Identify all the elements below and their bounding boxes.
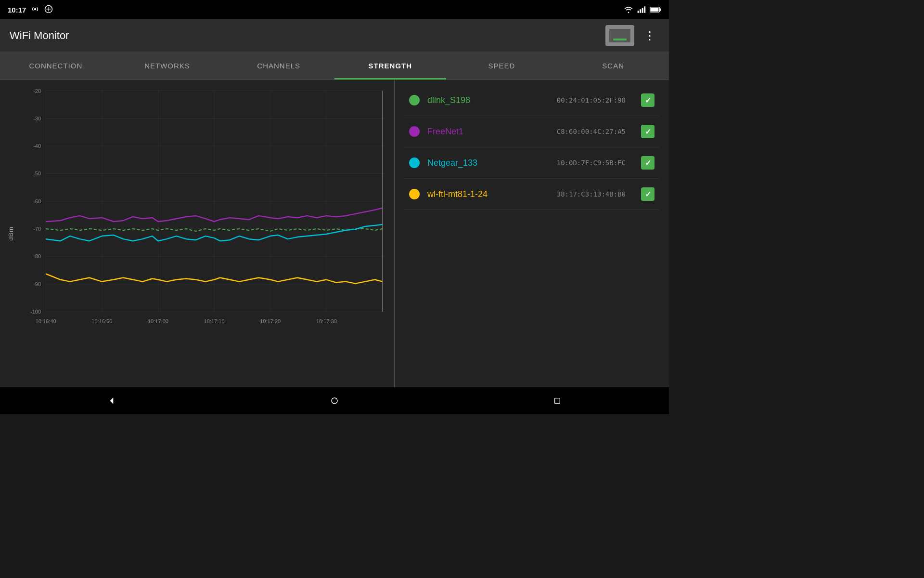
status-time: 10:17 bbox=[8, 6, 26, 14]
svg-rect-8 bbox=[650, 8, 658, 12]
monitor-icon-button[interactable] bbox=[605, 25, 634, 46]
tab-speed[interactable]: SPEED bbox=[446, 52, 558, 79]
svg-point-0 bbox=[34, 8, 37, 10]
svg-point-42 bbox=[332, 398, 337, 404]
recents-button[interactable] bbox=[543, 391, 572, 410]
network-color-dot bbox=[409, 126, 420, 137]
battery-icon bbox=[650, 6, 661, 13]
svg-text:-70: -70 bbox=[33, 226, 41, 232]
svg-text:10:17:00: 10:17:00 bbox=[148, 318, 168, 324]
svg-rect-3 bbox=[640, 9, 641, 13]
network-check-icon[interactable]: ✓ bbox=[641, 187, 654, 201]
svg-text:-60: -60 bbox=[33, 198, 41, 204]
svg-text:10:17:20: 10:17:20 bbox=[260, 318, 281, 324]
app-bar: WiFi Monitor ⋮ bbox=[0, 19, 669, 52]
app-title: WiFi Monitor bbox=[10, 29, 69, 42]
network-check-icon[interactable]: ✓ bbox=[641, 93, 654, 107]
strength-chart: -20 -30 -40 -50 -60 -70 -80 -90 -100 10:… bbox=[26, 85, 389, 368]
home-button[interactable] bbox=[320, 391, 349, 410]
network-color-dot bbox=[409, 158, 420, 168]
svg-text:10:17:30: 10:17:30 bbox=[316, 318, 337, 324]
network-mac: 10:0D:7F:C9:5B:FC bbox=[557, 159, 626, 167]
status-bar: 10:17 bbox=[0, 0, 669, 19]
tab-channels[interactable]: CHANNELS bbox=[223, 52, 334, 79]
svg-text:-50: -50 bbox=[33, 171, 41, 176]
svg-rect-7 bbox=[660, 8, 661, 11]
network-color-dot bbox=[409, 95, 420, 105]
svg-rect-43 bbox=[555, 398, 560, 404]
back-button[interactable] bbox=[97, 391, 126, 410]
status-right bbox=[624, 6, 661, 13]
signal-icon bbox=[637, 6, 646, 13]
radio-icon bbox=[31, 5, 39, 15]
svg-text:10:17:10: 10:17:10 bbox=[204, 318, 225, 324]
svg-text:-100: -100 bbox=[30, 309, 41, 315]
svg-text:10:16:50: 10:16:50 bbox=[91, 318, 112, 324]
svg-text:-30: -30 bbox=[33, 116, 41, 121]
network-list: dlink_S198 00:24:01:05:2F:98 ✓ FreeNet1 … bbox=[395, 80, 669, 387]
y-axis-label: dBm bbox=[7, 226, 14, 241]
network-name: Netgear_133 bbox=[427, 158, 549, 168]
network-name: dlink_S198 bbox=[427, 95, 549, 105]
list-item: wl-ftl-mt81-1-24 38:17:C3:13:4B:B0 ✓ bbox=[404, 179, 659, 210]
app-icon bbox=[44, 5, 53, 15]
tab-bar: CONNECTION NETWORKS CHANNELS STRENGTH SP… bbox=[0, 52, 669, 80]
tab-networks[interactable]: NETWORKS bbox=[112, 52, 223, 79]
status-left: 10:17 bbox=[8, 5, 53, 15]
wifi-icon bbox=[624, 6, 633, 13]
list-item: Netgear_133 10:0D:7F:C9:5B:FC ✓ bbox=[404, 147, 659, 179]
list-item: dlink_S198 00:24:01:05:2F:98 ✓ bbox=[404, 85, 659, 116]
svg-marker-41 bbox=[110, 397, 113, 404]
network-mac: C8:60:00:4C:27:A5 bbox=[557, 128, 626, 135]
network-name: wl-ftl-mt81-1-24 bbox=[427, 189, 549, 199]
tab-scan[interactable]: SCAN bbox=[557, 52, 669, 79]
svg-text:-20: -20 bbox=[33, 88, 41, 94]
network-mac: 00:24:01:05:2F:98 bbox=[557, 96, 626, 104]
tab-connection[interactable]: CONNECTION bbox=[0, 52, 112, 79]
list-item: FreeNet1 C8:60:00:4C:27:A5 ✓ bbox=[404, 116, 659, 147]
svg-rect-4 bbox=[642, 8, 643, 13]
svg-rect-5 bbox=[644, 6, 645, 13]
tab-strength[interactable]: STRENGTH bbox=[334, 52, 446, 79]
network-color-dot bbox=[409, 189, 420, 199]
app-bar-actions: ⋮ bbox=[605, 25, 659, 46]
more-options-button[interactable]: ⋮ bbox=[640, 25, 659, 46]
svg-text:-40: -40 bbox=[33, 143, 41, 149]
main-content: dBm -20 -30 bbox=[0, 80, 669, 387]
monitor-green-bar bbox=[613, 39, 627, 40]
network-name: FreeNet1 bbox=[427, 127, 549, 137]
monitor-screen bbox=[609, 29, 630, 42]
svg-text:-90: -90 bbox=[33, 281, 41, 287]
svg-text:-80: -80 bbox=[33, 253, 41, 259]
bottom-nav bbox=[0, 387, 669, 414]
network-mac: 38:17:C3:13:4B:B0 bbox=[557, 190, 626, 198]
network-check-icon[interactable]: ✓ bbox=[641, 156, 654, 170]
svg-rect-2 bbox=[638, 11, 639, 13]
svg-text:10:16:40: 10:16:40 bbox=[36, 318, 56, 324]
chart-area: dBm -20 -30 bbox=[0, 80, 395, 387]
network-check-icon[interactable]: ✓ bbox=[641, 125, 654, 138]
